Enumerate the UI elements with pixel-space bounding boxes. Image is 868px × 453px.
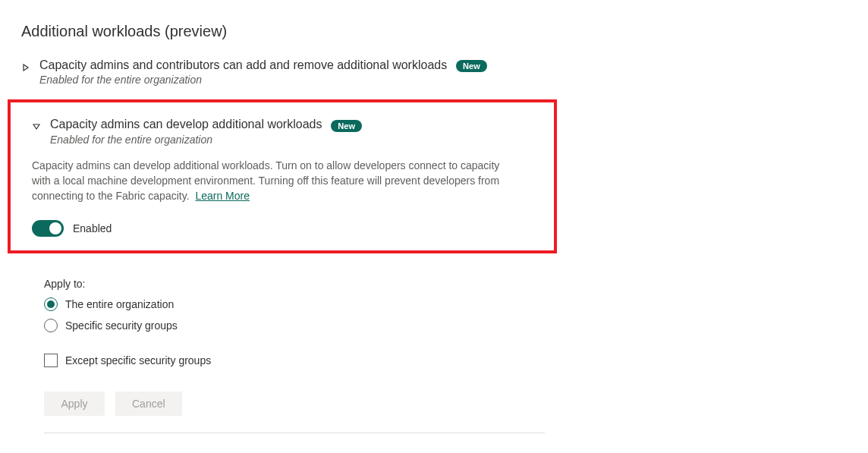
setting-subtitle: Enabled for the entire organization	[50, 134, 533, 146]
checkbox-icon	[44, 354, 58, 367]
cancel-button[interactable]: Cancel	[115, 392, 182, 416]
radio-entire-org[interactable]: The entire organization	[44, 297, 847, 311]
toggle-knob	[49, 222, 61, 234]
radio-specific-groups[interactable]: Specific security groups	[44, 319, 847, 332]
radio-icon	[44, 319, 58, 332]
radio-label-groups: Specific security groups	[65, 319, 178, 332]
description-text: Capacity admins can develop additional w…	[32, 159, 499, 203]
caret-down-icon	[32, 122, 41, 131]
apply-section: Apply to: The entire organization Specif…	[44, 278, 847, 433]
learn-more-link[interactable]: Learn More	[195, 190, 250, 202]
section-title: Additional workloads (preview)	[21, 23, 847, 40]
enabled-toggle[interactable]	[32, 220, 64, 237]
setting-description: Capacity admins can develop additional w…	[32, 158, 502, 204]
checkbox-label-except: Except specific security groups	[65, 354, 211, 366]
divider	[44, 433, 545, 433]
new-badge: New	[331, 120, 362, 132]
checkbox-except-groups[interactable]: Except specific security groups	[44, 354, 847, 367]
apply-to-label: Apply to:	[44, 278, 847, 290]
apply-button[interactable]: Apply	[44, 392, 105, 416]
toggle-label: Enabled	[73, 222, 112, 234]
new-badge: New	[456, 60, 487, 72]
setting-title-add-remove: Capacity admins and contributors can add…	[39, 58, 447, 71]
setting-row-develop[interactable]: Capacity admins can develop additional w…	[32, 115, 533, 148]
radio-label-entire: The entire organization	[65, 298, 174, 310]
radio-icon	[44, 297, 58, 311]
highlighted-setting-box: Capacity admins can develop additional w…	[8, 99, 557, 253]
caret-right-icon	[21, 63, 30, 72]
setting-subtitle: Enabled for the entire organization	[39, 74, 847, 86]
setting-row-add-remove[interactable]: Capacity admins and contributors can add…	[21, 55, 847, 89]
setting-title-develop: Capacity admins can develop additional w…	[50, 118, 322, 131]
